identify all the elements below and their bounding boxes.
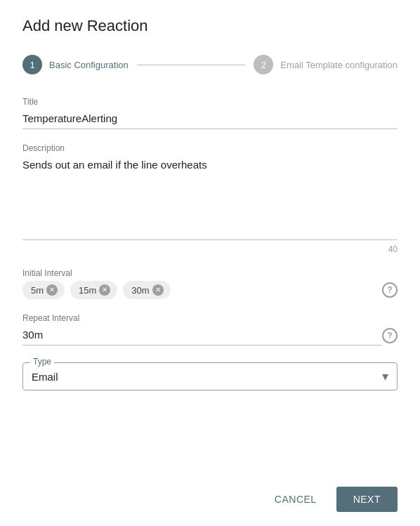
title-input[interactable] [22, 110, 398, 129]
step-2: 2 Email Template configuration [254, 55, 398, 74]
repeat-interval-input[interactable] [22, 326, 382, 346]
chips-container: 5m ✕ 15m ✕ 30m ✕ [22, 281, 171, 299]
add-reaction-dialog: Add new Reaction 1 Basic Configuration 2… [0, 0, 420, 526]
title-label: Title [22, 97, 398, 107]
footer: CANCEL NEXT [22, 470, 398, 526]
char-count: 40 [22, 244, 398, 254]
initial-interval-field-group: Initial Interval 5m ✕ 15m ✕ 30m ✕ ? [22, 268, 398, 299]
chip-5m: 5m ✕ [22, 281, 65, 299]
step-1-label: Basic Configuration [49, 60, 129, 70]
chip-5m-remove[interactable]: ✕ [46, 284, 58, 296]
type-select-wrapper[interactable]: Type Email ▾ [22, 362, 398, 390]
description-label: Description [22, 143, 398, 153]
repeat-interval-label: Repeat Interval [22, 313, 398, 323]
chip-15m-label: 15m [79, 285, 96, 296]
repeat-interval-field-group: Repeat Interval ? [22, 313, 398, 346]
description-field-group: Description Sends out an email if the li… [22, 143, 398, 254]
step-2-circle: 2 [254, 55, 273, 74]
title-field-group: Title [22, 97, 398, 129]
type-select-row: Email ▾ [32, 369, 388, 384]
repeat-interval-row: ? [22, 326, 398, 346]
repeat-interval-help-icon[interactable]: ? [382, 328, 398, 343]
chip-30m-remove[interactable]: ✕ [152, 284, 164, 296]
cancel-button[interactable]: CANCEL [261, 487, 331, 512]
chip-30m-label: 30m [131, 285, 149, 296]
chip-15m-remove[interactable]: ✕ [99, 284, 110, 296]
step-connector [137, 65, 246, 65]
next-button[interactable]: NEXT [336, 487, 398, 512]
step-1-circle: 1 [22, 55, 42, 74]
type-legend: Type [30, 357, 54, 367]
stepper: 1 Basic Configuration 2 Email Template c… [22, 55, 398, 74]
chip-30m: 30m ✕ [123, 281, 170, 299]
page-title: Add new Reaction [22, 17, 398, 35]
initial-interval-help-icon[interactable]: ? [382, 282, 398, 298]
chip-15m: 15m ✕ [70, 281, 117, 299]
initial-interval-row: 5m ✕ 15m ✕ 30m ✕ ? [22, 281, 398, 299]
step-1: 1 Basic Configuration [22, 55, 129, 74]
type-value: Email [32, 371, 58, 383]
step-2-label: Email Template configuration [280, 60, 398, 70]
initial-interval-label: Initial Interval [22, 268, 398, 278]
chip-5m-label: 5m [31, 285, 44, 296]
dropdown-arrow-icon: ▾ [382, 369, 388, 384]
type-field-group: Type Email ▾ [22, 360, 398, 390]
description-input[interactable]: Sends out an email if the line overheats [22, 156, 398, 240]
